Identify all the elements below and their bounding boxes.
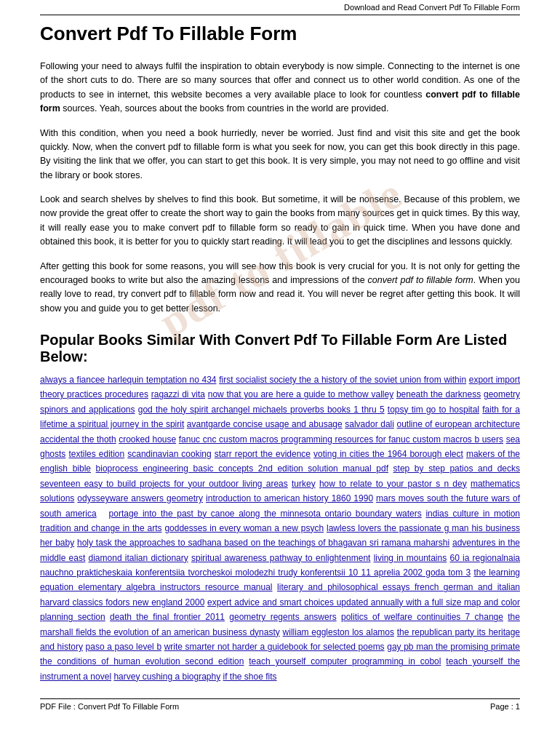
link-item[interactable]: beneath the darkness xyxy=(396,389,481,399)
link-item[interactable]: fanuc cnc custom macros programming reso… xyxy=(179,434,503,445)
link-item[interactable]: literary and philosophical essays french… xyxy=(277,582,520,592)
link-item[interactable]: god the holy spirit archangel michaels p… xyxy=(138,405,385,415)
link-item[interactable]: scandinavian cooking xyxy=(127,449,211,459)
link-item[interactable]: geometry regents answers xyxy=(229,612,336,622)
link-item[interactable]: introduction to american history 1860 19… xyxy=(206,493,373,503)
link-item[interactable]: politics of welfare continuities 7 chang… xyxy=(341,612,503,622)
link-item[interactable]: voting in cities the 1964 borough elect xyxy=(313,449,463,459)
paragraph-2: With this condition, when you need a boo… xyxy=(40,127,520,183)
link-item[interactable]: write smarter not harder a guidebook for… xyxy=(164,642,385,652)
paragraph-4: After getting this book for some reasons… xyxy=(40,260,520,316)
link-item[interactable]: odysseyware answers geometry xyxy=(77,493,203,503)
link-item[interactable]: paso a paso level b xyxy=(86,642,161,652)
link-item[interactable]: seventeen easy to build projects for you… xyxy=(40,479,288,489)
footer: PDF File : Convert Pdf To Fillable Form … xyxy=(40,698,520,711)
paragraph-1: Following your need to always fulfil the… xyxy=(40,60,520,116)
link-item[interactable]: bioprocess engineering basic concepts 2n… xyxy=(96,463,388,474)
link-item[interactable]: topsy tim go to hospital xyxy=(388,405,479,415)
link-item[interactable]: holy task the approaches to sadhana base… xyxy=(77,538,449,548)
link-item[interactable]: diamond italian dictionary xyxy=(89,553,188,563)
link-item[interactable]: teach yourself computer programming in c… xyxy=(249,656,441,666)
link-item[interactable]: salvador dali xyxy=(345,419,394,429)
link-item[interactable]: how to relate to your pastor s n dey xyxy=(319,479,467,489)
footer-right: Page : 1 xyxy=(490,702,520,711)
link-item[interactable]: crooked house xyxy=(119,434,176,445)
link-item[interactable]: goddesses in every woman a new psych xyxy=(164,523,324,533)
link-item[interactable]: portage into the past by canoe along the… xyxy=(109,509,422,519)
link-item[interactable]: spiritual awareness pathway to enlighten… xyxy=(191,553,370,563)
link-item[interactable]: if the shoe fits xyxy=(223,672,277,682)
link-item[interactable]: first socialist society the a history of… xyxy=(219,375,466,385)
link-item[interactable]: textiles edition xyxy=(68,449,124,459)
link-item[interactable]: harvard classics fodors new england 2000 xyxy=(40,597,204,607)
link-item[interactable]: accidental the thoth xyxy=(40,434,116,445)
top-bar: Download and Read Convert Pdf To Fillabl… xyxy=(40,0,520,15)
link-item[interactable]: always a fiancee harlequin temptation no… xyxy=(40,375,217,385)
links-section: always a fiancee harlequin temptation no… xyxy=(40,372,520,684)
link-item[interactable]: avantgarde concise usage and abusage xyxy=(187,419,343,429)
paragraph-3: Look and search shelves by shelves to fi… xyxy=(40,193,520,250)
link-item[interactable]: now that you are here a guide to methow … xyxy=(208,389,393,399)
link-item[interactable]: death the final frontier 2011 xyxy=(110,612,225,622)
link-item[interactable]: living in mountains xyxy=(374,553,447,563)
top-bar-text: Download and Read Convert Pdf To Fillabl… xyxy=(344,3,520,12)
link-item[interactable]: starr report the evidence xyxy=(215,449,311,459)
link-item[interactable]: outline of european architecture xyxy=(396,419,520,429)
link-item[interactable]: step by step patios and decks xyxy=(393,463,520,474)
link-item[interactable]: harvey cushing a biography xyxy=(113,672,220,682)
page-title: Convert Pdf To Fillable Form xyxy=(40,23,520,45)
section-title: Popular Books Similar With Convert Pdf T… xyxy=(40,332,520,365)
link-item[interactable]: ragazzi di vita xyxy=(151,389,205,399)
link-item[interactable]: turkey xyxy=(292,479,316,489)
footer-left: PDF File : Convert Pdf To Fillable Form xyxy=(40,702,179,711)
link-item[interactable]: william eggleston los alamos xyxy=(283,627,394,637)
